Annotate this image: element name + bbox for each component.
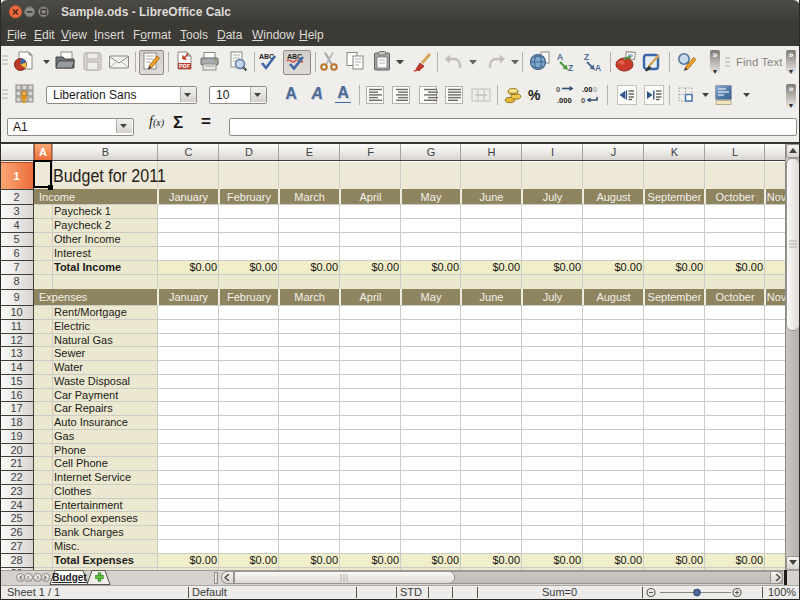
svg-text:0: 0 bbox=[581, 96, 585, 105]
svg-text:PDF: PDF bbox=[179, 63, 191, 69]
svg-text:.00: .00 bbox=[582, 85, 592, 94]
svg-text:.000: .000 bbox=[557, 96, 572, 105]
svg-text:0: 0 bbox=[593, 85, 597, 94]
svg-text:Z: Z bbox=[584, 52, 589, 62]
svg-text:A: A bbox=[557, 52, 563, 62]
svg-text:A: A bbox=[595, 63, 601, 73]
svg-text:0: 0 bbox=[556, 85, 560, 94]
svg-text:Z: Z bbox=[568, 63, 573, 73]
